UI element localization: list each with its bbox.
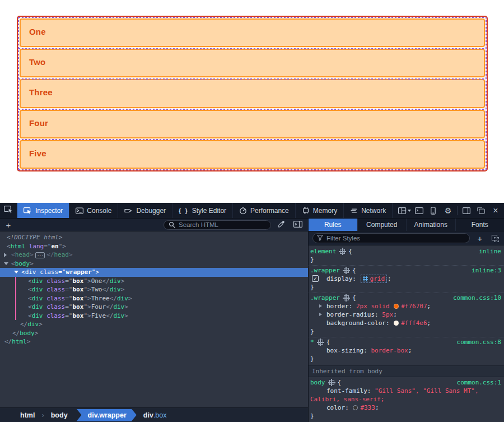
css-declaration[interactable]: background-color: #fff4e6; — [309, 319, 504, 327]
markup-row[interactable]: <div class="box">Four</div> — [0, 303, 308, 312]
collapsed-ellipsis-badge[interactable]: ... — [35, 252, 45, 258]
sidebar-tabs: RulesComputedAnimationsFonts — [309, 219, 504, 231]
property-name[interactable]: display — [326, 275, 352, 282]
rule-selector[interactable]: * — [310, 338, 314, 346]
markup-row[interactable]: <head>...</head> — [0, 251, 308, 259]
search-input[interactable]: Search HTML — [164, 220, 271, 230]
property-name[interactable]: border-radius — [326, 311, 375, 318]
tab-network[interactable]: Network — [344, 203, 393, 218]
property-name[interactable]: color — [326, 404, 345, 411]
markup-row[interactable]: </html> — [0, 337, 308, 346]
pick-element-button[interactable] — [0, 203, 17, 218]
css-declaration[interactable]: border: 2px solid #f76707; — [309, 302, 504, 310]
rule-source-link[interactable]: inline:3 — [472, 266, 504, 275]
breadcrumb-item-div-wrapper[interactable]: div.wrapper — [77, 409, 137, 421]
markup-row[interactable]: <div class="box">Two</div> — [0, 285, 308, 294]
expand-arrow-icon[interactable] — [319, 313, 322, 316]
property-name[interactable]: box-sizing — [326, 347, 363, 354]
breadcrumb-item-body[interactable]: body — [44, 411, 74, 419]
settings-gear-button[interactable]: ⚙ — [441, 203, 455, 219]
rule-source-link[interactable]: inline — [479, 247, 504, 256]
eyedropper-button[interactable] — [274, 220, 288, 230]
sidebar-tab-rules[interactable]: Rules — [309, 219, 358, 231]
markup-row[interactable]: <div class="box">Five</div> — [0, 312, 308, 321]
grid-toggle-value[interactable]: grid — [361, 275, 388, 283]
add-rule-button[interactable]: + — [475, 234, 485, 243]
color-swatch[interactable] — [353, 405, 358, 410]
tab-debugger[interactable]: Debugger — [118, 203, 172, 218]
property-value[interactable]: "Gill Sans", "Gill Sans MT", — [375, 387, 478, 395]
class-panel-button[interactable] — [490, 235, 500, 242]
add-node-button[interactable]: + — [3, 221, 13, 229]
window-popout-button[interactable] — [474, 203, 488, 219]
property-name[interactable]: border — [326, 303, 349, 310]
rule-selector[interactable]: .wrapper — [310, 294, 340, 302]
color-swatch[interactable] — [394, 304, 399, 309]
property-name[interactable]: background-color — [326, 319, 386, 327]
declaration-checkbox[interactable]: ✓ — [312, 275, 319, 282]
split-console-button[interactable] — [412, 203, 426, 219]
property-value[interactable]: #fff4e6 — [401, 319, 427, 327]
color-swatch[interactable] — [394, 321, 399, 326]
rule-source-link[interactable]: common.css:8 — [457, 338, 504, 346]
open-brace: { — [352, 267, 356, 274]
tab-style-editor[interactable]: { }Style Editor — [172, 203, 233, 218]
highlighter-target-icon[interactable] — [318, 340, 323, 345]
sidebar-toggle-icon — [463, 207, 470, 214]
property-value[interactable]: #f76707 — [401, 303, 427, 310]
three-pane-toggle-button[interactable] — [291, 221, 305, 229]
highlighter-target-icon[interactable] — [344, 295, 349, 300]
property-value[interactable]: 5px — [382, 311, 393, 318]
css-declaration[interactable]: ✓display: grid; — [309, 275, 504, 283]
rule-close-line: } — [309, 412, 504, 420]
property-value[interactable]: 2px solid — [356, 303, 393, 310]
sidebar-tab-animations[interactable]: Animations — [407, 219, 456, 231]
markup-token: </ — [12, 330, 20, 337]
semicolon: ; — [375, 404, 379, 411]
markup-row[interactable]: <div class="box">Three</div> — [0, 294, 308, 303]
filter-icon — [317, 235, 323, 242]
property-value[interactable]: #333 — [360, 404, 375, 411]
sidebar-toggle-button[interactable] — [459, 203, 474, 219]
property-value[interactable]: border-box — [371, 347, 408, 354]
css-declaration[interactable]: font-family: "Gill Sans", "Gill Sans MT"… — [309, 387, 504, 395]
css-declaration[interactable]: border-radius: 5px; — [309, 310, 504, 319]
property-value[interactable]: grid — [370, 275, 385, 282]
rule-selector[interactable]: body — [310, 379, 325, 386]
markup-row[interactable]: </div> — [0, 320, 308, 329]
sidebar-tab-fonts[interactable]: Fonts — [456, 219, 504, 231]
tab-inspector[interactable]: Inspector — [17, 203, 69, 218]
responsive-design-button[interactable] — [397, 203, 412, 219]
tab-console[interactable]: Console — [69, 203, 118, 218]
css-declaration[interactable]: color: #333; — [309, 404, 504, 412]
markup-row[interactable]: </body> — [0, 329, 308, 338]
tab-memory[interactable]: Memory — [296, 203, 344, 218]
expand-arrow-icon[interactable] — [14, 271, 18, 273]
css-declaration[interactable]: box-sizing: border-box; — [309, 346, 504, 355]
close-button[interactable]: × — [488, 203, 503, 219]
rule-selector[interactable]: .wrapper — [310, 267, 340, 274]
markup-row[interactable]: <html lang="en"> — [0, 242, 308, 251]
property-name[interactable]: font-family — [326, 387, 367, 395]
highlighter-target-icon[interactable] — [344, 268, 349, 273]
highlighter-target-icon[interactable] — [329, 380, 334, 385]
expand-arrow-icon[interactable] — [319, 304, 322, 308]
filter-styles-input[interactable]: Filter Styles — [312, 233, 470, 243]
sidebar-tab-computed[interactable]: Computed — [358, 219, 407, 231]
markup-row[interactable]: <body> — [0, 259, 308, 268]
grid-wrapper: OneTwoThreeFourFive — [17, 16, 488, 171]
tab-performance[interactable]: Performance — [233, 203, 296, 218]
expand-arrow-icon[interactable] — [4, 253, 7, 257]
markup-row[interactable]: <div class="box">One</div> — [0, 277, 308, 286]
device-button[interactable] — [426, 203, 441, 219]
markup-row[interactable]: <div class="wrapper"> — [0, 268, 308, 277]
rule-selector[interactable]: element — [310, 248, 336, 255]
markup-row[interactable]: <!DOCTYPE html> — [0, 233, 308, 242]
rule-source-link[interactable]: common.css:10 — [453, 294, 504, 302]
breadcrumb-item-html[interactable]: html — [13, 411, 41, 419]
breadcrumb-item-div[interactable]: div.box — [137, 411, 174, 419]
search-icon — [169, 221, 175, 228]
rule-source-link[interactable]: common.css:1 — [457, 378, 504, 387]
expand-arrow-icon[interactable] — [4, 262, 8, 265]
highlighter-target-icon[interactable] — [340, 249, 345, 254]
